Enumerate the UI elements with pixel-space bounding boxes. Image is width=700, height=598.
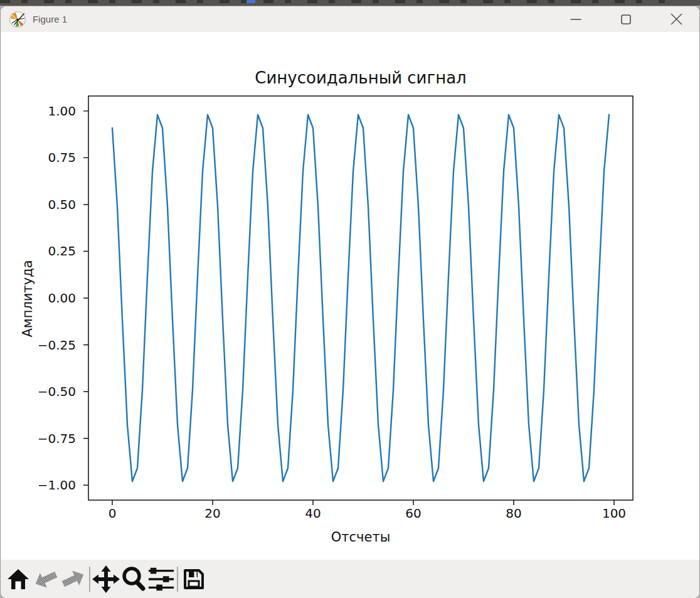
forward-button[interactable] [60,563,87,595]
magnifier-icon [120,566,147,592]
navigation-toolbar [1,560,700,598]
maximize-button[interactable] [612,6,640,32]
y-tick-label: 1.00 [18,104,76,119]
background-text-fragments [0,0,665,3]
home-icon [6,567,30,591]
background-app-sliver [0,0,700,6]
close-icon [671,13,682,25]
x-tick-label: 20 [188,506,238,521]
axes-border [88,96,633,500]
zoom-button[interactable] [120,563,147,595]
background-blue-fragment [247,0,255,3]
y-tick-label: −0.25 [18,338,76,353]
toolbar-separator [177,567,178,592]
toolbar-separator [89,567,90,592]
back-button[interactable] [32,563,60,595]
sine-line [112,115,609,481]
chart-title: Синусоидальный сигнал [88,68,633,87]
y-tick-label: −0.75 [18,431,76,446]
y-tick-label: −0.50 [18,384,76,399]
home-button[interactable] [4,563,32,595]
pan-arrows-icon [92,565,120,593]
save-button[interactable] [180,563,208,595]
sliders-icon [147,567,175,592]
minimize-button[interactable] [561,6,590,32]
plot-svg [1,32,700,560]
matplotlib-logo-icon [9,11,26,28]
configure-subplots-button[interactable] [147,563,175,595]
x-axis-label: Отсчеты [88,530,633,545]
close-button[interactable] [662,6,691,32]
pan-button[interactable] [92,563,120,595]
x-tick-label: 80 [489,506,539,521]
figure-canvas[interactable]: Синусоидальный сигнал Отсчеты Амплитуда … [1,32,700,560]
maximize-icon [620,14,632,25]
x-tick-label: 60 [388,506,438,521]
back-arrow-icon [33,566,58,592]
minimize-icon [570,14,581,25]
y-tick-label: −1.00 [18,478,76,493]
window-titlebar[interactable]: Figure 1 [1,6,699,32]
y-tick-label: 0.00 [18,291,76,306]
y-tick-label: 0.25 [18,243,76,259]
forward-arrow-icon [61,566,86,592]
y-tick-label: 0.75 [18,150,76,165]
y-tick-label: 0.50 [18,197,76,212]
x-tick-label: 100 [589,506,639,521]
figure-window: Figure 1 Синусоидальный сигнал Отсчеты А… [0,6,700,598]
x-tick-label: 40 [288,506,338,521]
x-tick-label: 0 [87,506,137,521]
window-title: Figure 1 [33,14,67,24]
floppy-disk-icon [181,567,206,592]
